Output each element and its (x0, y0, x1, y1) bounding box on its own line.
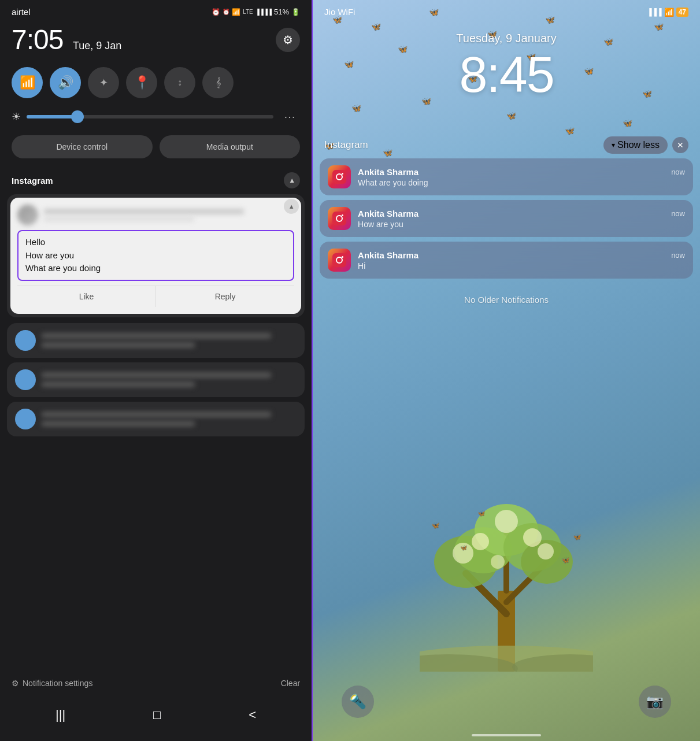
notif-2-avatar (15, 330, 36, 351)
message-line-1: Hello (25, 236, 286, 249)
lockscreen-background: 🦋 🦋 🦋 🦋 🦋 🦋 🦋 🦋 🦋 🦋 🦋 🦋 🦋 🦋 🦋 🦋 🦋 🦋 🦋 🦋 (313, 0, 700, 741)
time-date-group: 7:05 Tue, 9 Jan (12, 24, 121, 55)
tree-butterfly-1: 🦋 (431, 521, 440, 529)
quick-toggles-row: 📶 🔊 ✦ 📍 ↕ 𝄞 (0, 62, 312, 105)
ls-notif-2-sender: Ankita Sharma (358, 209, 418, 218)
sender-avatar (17, 205, 38, 225)
wifi-toggle-button[interactable]: 📶 (12, 67, 43, 98)
notification-messages-box: Hello How are you What are you doing (17, 230, 294, 281)
alarm-icon: ⏰ (212, 8, 220, 16)
show-less-button[interactable]: ▾ Show less (603, 136, 668, 154)
ls-notif-2-message: How are you (358, 220, 685, 229)
close-notifications-button[interactable]: ✕ (672, 137, 688, 153)
instagram-icon-2 (328, 207, 351, 230)
message-line-2: How are you (25, 249, 286, 262)
ls-notif-1-title-row: Ankita Sharma now (358, 167, 685, 177)
notif-4-line1 (42, 412, 271, 417)
ls-notification-item-2[interactable]: Ankita Sharma now How are you (320, 200, 693, 237)
no-older-notifications: No Older Notifications (320, 283, 693, 316)
android-notification-shade: airtel ⏰ ⏰ 📶 LTE ▐▐▐▐ 51% 🔋 7:05 Tue, 9 … (0, 0, 312, 741)
notif-2-line1 (42, 333, 271, 339)
settings-icon: ⚙ (12, 679, 19, 688)
ls-notif-3-time: now (671, 251, 685, 260)
camera-button[interactable]: 📷 (639, 686, 671, 718)
like-button[interactable]: Like (17, 286, 155, 307)
signal-icon: ▐▐▐▐ (255, 9, 272, 15)
notification-card-inner: Hello How are you What are you doing Lik… (10, 198, 301, 314)
notif-4-avatar (15, 409, 36, 429)
battery-icon: 🔋 (291, 8, 300, 16)
butterfly-7: 🦋 (654, 22, 664, 31)
svg-point-23 (342, 214, 343, 216)
camera-icon: 📷 (646, 694, 664, 710)
brightness-thumb[interactable] (71, 110, 84, 123)
status-icons: ⏰ ⏰ 📶 LTE ▐▐▐▐ 51% 🔋 (212, 8, 300, 16)
message-line-3: What are you doing (25, 262, 286, 275)
device-control-button[interactable]: Device control (12, 135, 153, 158)
notif-header-blurred-content (44, 209, 294, 221)
instagram-notification-card-2 (7, 323, 305, 358)
gear-icon: ⚙ (283, 33, 293, 47)
recents-button[interactable]: ||| (46, 703, 75, 727)
home-indicator[interactable] (472, 734, 541, 736)
bluetooth-toggle-icon: ✦ (99, 76, 108, 89)
notif-3-avatar (15, 369, 36, 390)
data-toggle-button[interactable]: ↕ (164, 67, 195, 98)
notification-settings-button[interactable]: ⚙ Notification settings (12, 679, 92, 688)
collapse-instagram-button[interactable]: ▲ (284, 172, 300, 188)
butterfly-18: 🦋 (623, 118, 632, 128)
ios-status-bar: Jio WiFi ▐▐▐ 📶 47 (313, 7, 700, 17)
sound-toggle-icon: 🔊 (58, 75, 73, 90)
ios-status-right: ▐▐▐ 📶 47 (647, 8, 688, 17)
ios-battery-badge: 47 (676, 8, 688, 17)
ls-notif-1-message: What are you doing (358, 178, 685, 187)
notif-2-content (42, 333, 297, 348)
home-button[interactable]: □ (144, 703, 170, 727)
lte-icon: LTE (243, 9, 253, 15)
time-display: 7:05 (12, 24, 63, 55)
location-toggle-button[interactable]: 📍 (126, 67, 157, 98)
svg-point-12 (523, 528, 542, 547)
ls-notification-item-1[interactable]: Ankita Sharma now What are you doing (320, 158, 693, 195)
butterfly-2: 🦋 (371, 22, 381, 31)
tree-butterfly-4: 🦋 (460, 544, 467, 551)
close-icon: ✕ (677, 140, 684, 150)
carrier-name: airtel (12, 7, 31, 17)
instagram-notification-card-1: ▲ Hello How are you What are you doing L… (7, 194, 305, 317)
brightness-icon: ☀ (12, 110, 21, 123)
reply-button[interactable]: Reply (156, 286, 294, 307)
brightness-row: ☀ ⋯ (0, 105, 312, 133)
brightness-fill (27, 115, 76, 118)
svg-point-20 (342, 173, 343, 175)
ls-notif-3-sender: Ankita Sharma (358, 250, 418, 260)
brightness-slider[interactable] (27, 115, 273, 118)
notif-4-content (42, 412, 297, 427)
svg-point-26 (342, 256, 343, 258)
notif-2-line2 (42, 342, 195, 348)
expand-card-button[interactable]: ▲ (284, 199, 299, 214)
bluetooth-toggle-button[interactable]: ✦ (88, 67, 119, 98)
brightness-more-button[interactable]: ⋯ (279, 108, 300, 126)
tree-illustration: 🦋 🦋 🦋 🦋 🦋 (420, 498, 593, 672)
clear-notifications-button[interactable]: Clear (281, 679, 300, 688)
wifi-toggle-icon: 📶 (20, 75, 35, 90)
ls-notif-2-content: Ankita Sharma now How are you (358, 209, 685, 229)
ls-notif-2-time: now (671, 209, 685, 218)
shazam-toggle-button[interactable]: 𝄞 (202, 67, 234, 98)
svg-rect-18 (332, 170, 346, 184)
settings-gear-button[interactable]: ⚙ (276, 28, 300, 52)
back-button[interactable]: < (239, 703, 265, 727)
tree-butterfly-5: 🦋 (561, 556, 570, 564)
wifi-icon: 📶 (232, 8, 240, 16)
svg-point-14 (491, 555, 505, 569)
media-output-button[interactable]: Media output (160, 135, 301, 158)
ls-notification-item-3[interactable]: Ankita Sharma now Hi (320, 242, 693, 279)
ios-signal-icon: ▐▐▐ (647, 8, 662, 16)
svg-point-11 (495, 510, 518, 533)
notif-3-content (42, 372, 297, 387)
flashlight-button[interactable]: 🔦 (342, 686, 374, 718)
sound-toggle-button[interactable]: 🔊 (50, 67, 81, 98)
ls-instagram-header: Instagram ▾ Show less ✕ (320, 133, 693, 158)
notif-4-line2 (42, 421, 195, 427)
ls-notif-1-time: now (671, 168, 685, 176)
